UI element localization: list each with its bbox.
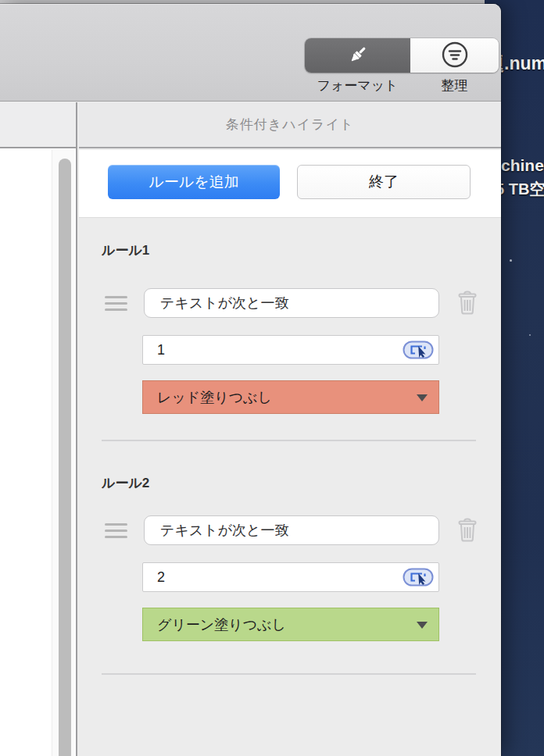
rule2-delete-button[interactable] <box>456 518 478 543</box>
rule2-style-label: グリーン塗りつぶし <box>157 615 286 634</box>
format-button[interactable] <box>305 38 410 73</box>
organize-button-label: 整理 <box>410 77 499 94</box>
rule1-style-dropdown[interactable]: レッド塗りつぶし <box>142 380 439 414</box>
panel-body: ルール1 テキストが次と一致 <box>79 219 501 756</box>
vertical-scrollbar-track[interactable] <box>52 150 74 756</box>
done-button[interactable]: 終了 <box>297 165 471 199</box>
conditional-highlight-panel: 条件付きハイライト ルールを追加 終了 ルール1 テキストが次と一致 <box>79 102 501 756</box>
rule-divider <box>102 440 476 441</box>
desktop-star <box>510 259 512 262</box>
vertical-scrollbar-thumb[interactable] <box>59 159 71 756</box>
panel-title: 条件付きハイライト <box>79 102 501 148</box>
rule1-condition-popup[interactable]: テキストが次と一致 <box>144 288 439 318</box>
rule2-value-input[interactable] <box>142 562 439 592</box>
chevron-down-icon <box>417 394 428 401</box>
rule1-delete-button[interactable] <box>456 291 478 316</box>
rule2-value-row <box>142 562 439 592</box>
rule2-style-dropdown[interactable]: グリーン塗りつぶし <box>142 608 439 641</box>
trash-icon <box>457 533 478 544</box>
desktop-star <box>529 334 531 336</box>
desktop-disk-label-line2: 5 TB空 <box>496 179 544 200</box>
rule2-drag-handle-icon[interactable] <box>105 523 127 538</box>
add-rule-button[interactable]: ルールを追加 <box>108 165 280 199</box>
chevron-down-icon <box>417 622 428 629</box>
panel-button-band: ルールを追加 終了 <box>79 150 501 218</box>
sheet-area <box>0 102 77 756</box>
sheet-header-band <box>0 102 76 148</box>
rule2-condition-popup[interactable]: テキストが次と一致 <box>144 515 439 545</box>
rule1-value-row <box>142 335 439 365</box>
organize-button[interactable] <box>410 38 499 73</box>
rule-divider <box>102 673 476 675</box>
format-button-label: フォーマット <box>305 77 410 94</box>
rule1-style-label: レッド塗りつぶし <box>157 388 272 407</box>
rule1-value-input[interactable] <box>142 335 439 365</box>
paintbrush-icon <box>346 43 370 69</box>
cell-reference-icon[interactable] <box>403 341 434 359</box>
organize-filter-icon <box>441 41 469 71</box>
cell-reference-icon[interactable] <box>403 568 434 587</box>
rule2-name: ルール2 <box>102 474 149 492</box>
rule1-drag-handle-icon[interactable] <box>105 296 127 311</box>
desktop-disk-label-line1: chine <box>501 156 544 175</box>
rule1-name: ルール1 <box>102 241 149 259</box>
sheet-canvas <box>0 150 76 756</box>
screen: 題.num chine 5 TB空 <box>0 0 544 756</box>
window-main: 条件付きハイライト ルールを追加 終了 ルール1 テキストが次と一致 <box>0 102 501 756</box>
view-segmented-control <box>305 38 499 73</box>
trash-icon <box>457 305 478 317</box>
numbers-window: フォーマット 整理 条件付きハイライト ルールを追加 終了 <box>0 4 501 756</box>
window-toolbar: フォーマット 整理 <box>0 4 501 102</box>
